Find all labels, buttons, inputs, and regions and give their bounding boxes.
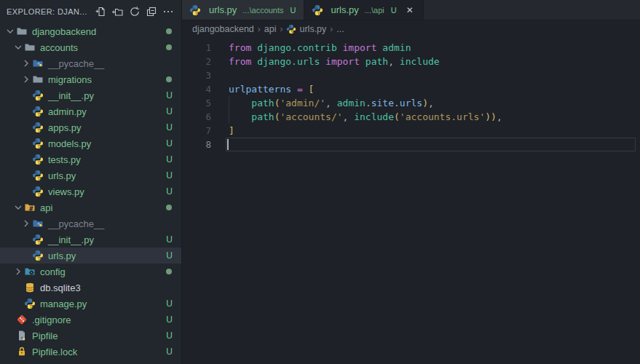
indent-spacer [4, 330, 16, 341]
line-number: 5 [182, 96, 211, 110]
tab-label: urls.py [331, 4, 359, 15]
tree-item-label: views.py [48, 186, 84, 197]
collapse-folders-icon[interactable] [144, 4, 159, 19]
tree-item-views-py[interactable]: views.pyU [0, 183, 181, 199]
code-line[interactable]: 2from django.urls import path, include [182, 55, 640, 68]
python-icon [32, 250, 44, 261]
folder-plain-icon [32, 74, 44, 85]
breadcrumb-item-djangobackend[interactable]: djangobackend [192, 24, 254, 34]
python-icon [189, 4, 201, 16]
tree-item-label: api [40, 202, 52, 213]
tab-urls-py-accounts[interactable]: urls.py...\accountsU [182, 0, 304, 20]
code-editor[interactable]: 1from django.contrib import admin2from d… [182, 38, 640, 364]
close-icon[interactable]: ✕ [404, 4, 416, 16]
tree-item-init-py[interactable]: __init__.pyU [0, 87, 181, 103]
tree-item-admin-py[interactable]: admin.pyU [0, 103, 181, 119]
chevron-down-icon[interactable] [12, 41, 24, 53]
breadcrumb-label: api [264, 24, 277, 34]
pipfile-icon [16, 330, 28, 341]
git-status-badge: U [166, 331, 173, 341]
tree-item-urls-py[interactable]: urls.pyU [0, 248, 181, 264]
tab-directory-hint: ...\accounts [242, 6, 283, 15]
code-line[interactable]: 1from django.contrib import admin [182, 41, 640, 55]
explorer-actions [94, 4, 175, 19]
tree-item-init-py[interactable]: __init__.pyU [0, 232, 181, 248]
tree-item-db-sqlite3[interactable]: db.sqlite3 [0, 280, 181, 296]
tree-item-models-py[interactable]: models.pyU [0, 135, 181, 151]
python-icon [32, 90, 44, 101]
tree-item-label: __init__.py [48, 90, 94, 101]
editor-area: urls.py...\accountsUurls.py...\apiU✕ dja… [182, 0, 640, 364]
python-icon [32, 138, 44, 149]
tree-item-config[interactable]: config [0, 264, 181, 280]
new-file-icon[interactable] [94, 4, 108, 19]
code-line[interactable]: 8 [182, 138, 640, 151]
line-number: 8 [182, 138, 211, 151]
tree-item-djangobackend[interactable]: djangobackend [0, 23, 181, 39]
explorer-title: EXPLORER: DJAN... [7, 7, 94, 16]
indent-spacer [20, 250, 32, 261]
tree-item-tests-py[interactable]: tests.pyU [0, 151, 181, 167]
tree-item-gitignore[interactable]: .gitignoreU [0, 312, 181, 328]
tab-directory-hint: ...\api [365, 6, 384, 15]
modified-dot-indicator [166, 44, 172, 50]
python-icon [24, 298, 36, 309]
git-status-badge: U [166, 154, 173, 165]
python-icon [286, 24, 296, 34]
chevron-right-icon[interactable] [12, 266, 24, 277]
tab-git-badge: U [291, 6, 296, 15]
tree-item-label: __init__.py [48, 234, 94, 245]
tree-item-api[interactable]: #api [0, 199, 181, 215]
tree-item-manage-py[interactable]: manage.pyU [0, 296, 181, 312]
code-line[interactable]: 4urlpatterns = [ [182, 82, 640, 96]
python-icon [312, 4, 323, 16]
indent-spacer [20, 170, 32, 181]
tree-item-label: __pycache__ [48, 58, 104, 69]
git-status-badge: U [166, 298, 173, 309]
indent-spacer [4, 314, 16, 325]
folder-default-icon [16, 25, 28, 37]
code-line[interactable]: 5 path('admin/', admin.site.urls), [182, 96, 640, 110]
chevron-down-icon[interactable] [12, 202, 24, 213]
chevron-right-icon[interactable] [20, 218, 32, 229]
chevron-right-icon[interactable] [20, 74, 32, 85]
tree-item-label: migrations [48, 74, 92, 85]
modified-dot-indicator [166, 28, 172, 34]
refresh-icon[interactable] [127, 4, 142, 19]
git-status-badge: U [166, 234, 173, 245]
new-folder-icon[interactable] [111, 4, 125, 19]
tree-item-label: config [40, 266, 66, 277]
tree-item-pycache[interactable]: __pycache__ [0, 55, 181, 71]
tree-item-urls-py[interactable]: urls.pyU [0, 167, 181, 183]
python-icon [32, 186, 44, 197]
breadcrumb-label: djangobackend [192, 24, 254, 34]
folder-default-icon [24, 41, 36, 53]
database-icon [24, 282, 36, 293]
python-icon [32, 234, 44, 245]
tree-item-pipfile-lock[interactable]: Pipfile.lockU [0, 344, 181, 360]
breadcrumb-item-api[interactable]: api [264, 24, 277, 34]
tab-git-badge: U [391, 6, 397, 15]
chevron-down-icon[interactable] [4, 25, 16, 37]
tab-urls-py-api[interactable]: urls.py...\apiU✕ [304, 0, 424, 20]
tree-item-label: urls.py [48, 170, 76, 181]
tree-item-migrations[interactable]: migrations [0, 71, 181, 87]
code-line[interactable]: 7] [182, 124, 640, 138]
tree-item-label: Pipfile.lock [32, 347, 77, 357]
indent-spacer [20, 154, 32, 165]
more-actions-icon[interactable] [161, 4, 175, 19]
chevron-right-icon[interactable] [20, 58, 32, 69]
code-line[interactable]: 6 path('accounts/', include('accounts.ur… [182, 110, 640, 124]
tree-item-pycache[interactable]: __pycache__ [0, 215, 181, 232]
code-line[interactable]: 3 [182, 68, 640, 82]
breadcrumb-item-[interactable]: ... [336, 24, 344, 34]
code-line-content: from django.contrib import admin [229, 41, 411, 55]
svg-text:#: # [29, 205, 33, 213]
breadcrumb-item-urls-py[interactable]: urls.py [286, 24, 326, 34]
folder-python-icon [32, 218, 44, 229]
tree-item-pipfile[interactable]: PipfileU [0, 328, 181, 344]
indent-spacer [20, 138, 32, 149]
tree-item-accounts[interactable]: accounts [0, 39, 181, 55]
tree-item-apps-py[interactable]: apps.pyU [0, 119, 181, 135]
git-status-badge: U [166, 106, 173, 116]
